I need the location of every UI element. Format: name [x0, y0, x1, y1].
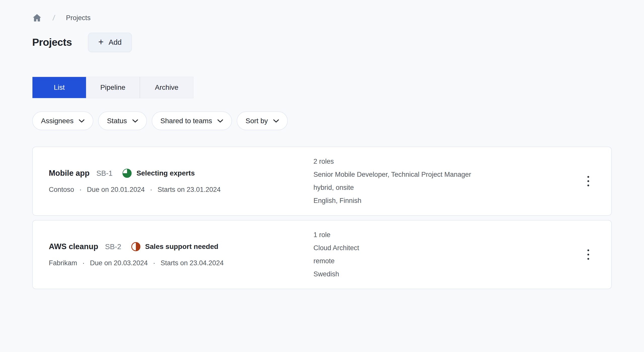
page-header: Projects + Add — [32, 33, 612, 52]
filter-bar: Assignees Status Shared to teams Sort by — [32, 111, 612, 130]
project-list: Mobile app SB-1 Selecting experts Contos… — [32, 147, 612, 289]
tab-list[interactable]: List — [32, 77, 86, 98]
project-roles-info: 2 roles Senior Mobile Developer, Technic… — [313, 147, 581, 215]
project-roles: Cloud Architect — [313, 244, 581, 252]
project-summary: Mobile app SB-1 Selecting experts Contos… — [33, 147, 313, 215]
project-meta-row: Fabrikam · Due on 20.03.2024 · Starts on… — [49, 259, 313, 267]
project-code: SB-1 — [96, 169, 112, 178]
filter-sort-by-label: Sort by — [246, 117, 268, 125]
tab-archive[interactable]: Archive — [140, 77, 193, 98]
filter-shared-to-teams-label: Shared to teams — [160, 117, 212, 125]
chevron-down-icon — [79, 119, 85, 123]
project-card-aws-cleanup[interactable]: AWS cleanup SB-2 Sales support needed Fa… — [32, 220, 612, 289]
project-client: Contoso — [49, 186, 74, 194]
project-languages: English, Finnish — [313, 197, 581, 205]
project-status-label: Sales support needed — [145, 243, 218, 251]
project-status-label: Selecting experts — [136, 169, 195, 177]
breadcrumb: / Projects — [32, 13, 612, 23]
kebab-menu-icon[interactable] — [581, 246, 596, 263]
page-title: Projects — [32, 36, 72, 48]
meta-dot: · — [79, 186, 82, 194]
filter-status-label: Status — [107, 117, 127, 125]
project-title-row: AWS cleanup SB-2 Sales support needed — [49, 242, 313, 251]
add-button[interactable]: + Add — [88, 33, 132, 52]
filter-sort-by[interactable]: Sort by — [237, 111, 288, 130]
kebab-menu-icon[interactable] — [581, 172, 596, 190]
breadcrumb-separator: / — [52, 14, 56, 22]
pie-three-quarters-icon — [123, 169, 132, 178]
chevron-down-icon — [217, 119, 223, 123]
project-code: SB-2 — [105, 243, 121, 251]
project-languages: Swedish — [313, 270, 581, 278]
project-start-date: Starts on 23.04.2024 — [160, 259, 224, 267]
filter-assignees-label: Assignees — [41, 117, 73, 125]
filter-status[interactable]: Status — [98, 111, 147, 130]
project-start-date: Starts on 23.01.2024 — [157, 186, 221, 194]
chevron-down-icon — [273, 119, 279, 123]
project-work-mode: hybrid, onsite — [313, 184, 581, 192]
filter-shared-to-teams[interactable]: Shared to teams — [152, 111, 232, 130]
project-card-mobile-app[interactable]: Mobile app SB-1 Selecting experts Contos… — [32, 147, 612, 216]
project-title-row: Mobile app SB-1 Selecting experts — [49, 169, 313, 178]
project-name: AWS cleanup — [49, 242, 98, 251]
project-work-mode: remote — [313, 257, 581, 265]
project-client: Fabrikam — [49, 259, 77, 267]
home-icon[interactable] — [32, 13, 42, 23]
project-roles-count: 1 role — [313, 231, 581, 239]
add-button-label: Add — [109, 38, 122, 47]
project-meta-row: Contoso · Due on 20.01.2024 · Starts on … — [49, 186, 313, 194]
project-roles-info: 1 role Cloud Architect remote Swedish — [313, 221, 581, 289]
project-due-date: Due on 20.01.2024 — [87, 186, 145, 194]
project-name: Mobile app — [49, 169, 90, 178]
project-roles: Senior Mobile Developer, Technical Proje… — [313, 171, 581, 179]
projects-page: / Projects Projects + Add List Pipeline … — [0, 0, 644, 289]
breadcrumb-item-projects[interactable]: Projects — [66, 14, 91, 22]
view-tabs: List Pipeline Archive — [32, 77, 193, 98]
meta-dot: · — [83, 259, 85, 267]
meta-dot: · — [150, 186, 152, 194]
chevron-down-icon — [132, 119, 138, 123]
filter-assignees[interactable]: Assignees — [32, 111, 93, 130]
project-summary: AWS cleanup SB-2 Sales support needed Fa… — [33, 221, 313, 289]
meta-dot: · — [153, 259, 155, 267]
tab-pipeline[interactable]: Pipeline — [86, 77, 140, 98]
plus-icon: + — [98, 37, 104, 47]
project-due-date: Due on 20.03.2024 — [90, 259, 148, 267]
project-roles-count: 2 roles — [313, 158, 581, 165]
pie-half-icon — [131, 242, 140, 251]
